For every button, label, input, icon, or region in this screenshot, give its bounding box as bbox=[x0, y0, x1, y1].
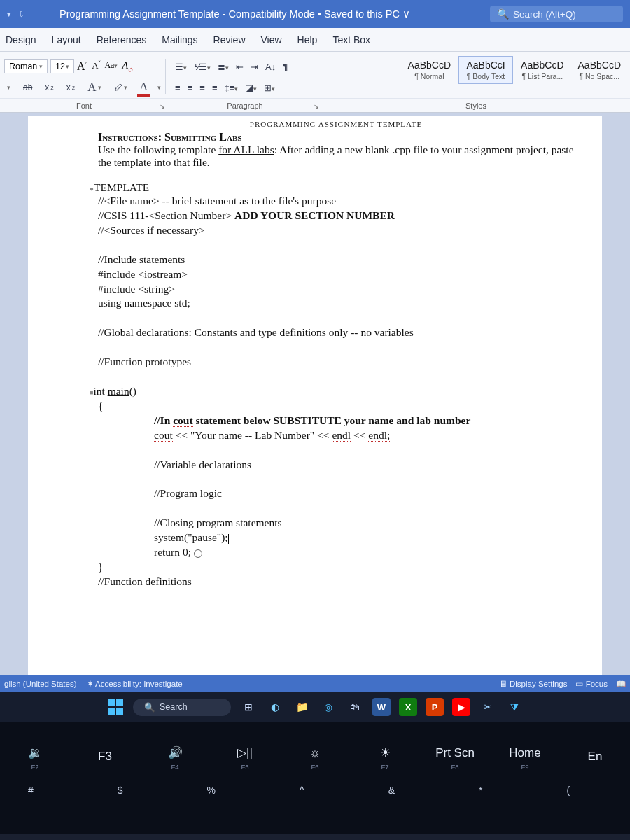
tab-view[interactable]: View bbox=[261, 34, 282, 46]
style-normal[interactable]: AaBbCcD ¶ Normal bbox=[402, 56, 457, 84]
font-name-value: Roman bbox=[9, 62, 37, 71]
document-title[interactable]: Programming Assignment Template - Compat… bbox=[59, 8, 410, 20]
focus-mode-button[interactable]: ▭ Focus bbox=[575, 679, 608, 689]
read-mode-icon[interactable]: 📖 bbox=[616, 679, 626, 689]
start-button[interactable] bbox=[106, 698, 125, 716]
borders-button[interactable]: ⊞▾ bbox=[262, 83, 277, 93]
code-line: //Closing program statements bbox=[98, 516, 574, 531]
style-body-text[interactable]: AaBbCcI ¶ Body Text bbox=[458, 56, 513, 84]
change-case-button[interactable]: Aa▾ bbox=[104, 60, 118, 73]
font-more-dropdown[interactable]: ▾ bbox=[4, 83, 13, 92]
document-area: PROGRAMMING ASSIGNMENT TEMPLATE Instruct… bbox=[0, 113, 630, 676]
keyboard-fn-row: 🔉F2 F3 🔊F4 ▷||F5 ☼F6 ☀F7 Prt ScnF8 HomeF… bbox=[0, 722, 630, 785]
key-star: * bbox=[479, 785, 482, 796]
paragraph-dialog-launcher[interactable]: ↘ bbox=[314, 103, 319, 110]
instructions-heading: Instructions: Submitting Labs bbox=[98, 131, 241, 143]
style-preview: AaBbCcD bbox=[578, 59, 621, 71]
tab-review[interactable]: Review bbox=[214, 34, 246, 46]
word-icon[interactable]: W bbox=[372, 698, 391, 716]
superscript-button[interactable]: x2 bbox=[64, 81, 78, 94]
titlebar: ▾ ⇩ Programming Assignment Template - Co… bbox=[0, 0, 630, 28]
tab-references[interactable]: References bbox=[97, 34, 147, 46]
chevron-down-icon: ▾ bbox=[66, 63, 69, 70]
code-line: //Include statements bbox=[98, 253, 574, 267]
font-name-combo[interactable]: Roman▾ bbox=[4, 59, 48, 74]
shading-button[interactable]: ◪▾ bbox=[243, 83, 259, 93]
status-language[interactable]: glish (United States) bbox=[4, 680, 77, 688]
mouse-cursor-icon bbox=[194, 550, 202, 558]
key-hash: # bbox=[28, 785, 34, 796]
bullets-button[interactable]: ☰▾ bbox=[173, 62, 189, 72]
page[interactable]: PROGRAMMING ASSIGNMENT TEMPLATE Instruct… bbox=[28, 115, 602, 676]
align-center-button[interactable]: ≡ bbox=[186, 83, 195, 93]
tab-layout[interactable]: Layout bbox=[52, 34, 81, 46]
powerpoint-icon[interactable]: P bbox=[426, 698, 444, 716]
subscript-button[interactable]: x2 bbox=[42, 81, 56, 94]
instructions-body: Use the following template bbox=[98, 144, 218, 155]
decrease-indent-button[interactable]: ⇤ bbox=[234, 62, 246, 72]
search-icon: 🔍 bbox=[144, 702, 155, 713]
key-lparen: ( bbox=[566, 785, 570, 796]
clear-formatting-button[interactable]: A◇ bbox=[122, 60, 132, 73]
font-dialog-launcher[interactable]: ↘ bbox=[160, 103, 165, 110]
tab-help[interactable]: Help bbox=[298, 34, 318, 46]
sort-button[interactable]: A↓ bbox=[263, 62, 278, 72]
style-name-label: ¶ List Para... bbox=[521, 72, 564, 80]
page-header-subtitle: PROGRAMMING ASSIGNMENT TEMPLATE bbox=[98, 120, 574, 128]
code-line: #include <iostream> bbox=[98, 267, 574, 282]
status-bar: glish (United States) ✶ Accessibility: I… bbox=[0, 676, 630, 692]
snipping-tool-icon[interactable]: ✂ bbox=[479, 698, 497, 716]
highlight-button[interactable]: 🖊▾ bbox=[111, 81, 130, 94]
qat-customizer-icon[interactable]: ⇩ bbox=[18, 10, 24, 19]
style-name-label: ¶ Normal bbox=[408, 72, 451, 80]
style-list-paragraph[interactable]: AaBbCcD ¶ List Para... bbox=[514, 56, 570, 84]
code-line: //Program logic bbox=[98, 486, 574, 501]
code-line: using namespace std; bbox=[98, 296, 574, 311]
justify-button[interactable]: ≡ bbox=[210, 83, 220, 93]
font-color-button[interactable]: A bbox=[137, 79, 151, 97]
text-effects-button[interactable]: A▾ bbox=[85, 79, 104, 96]
tab-mailings[interactable]: Mailings bbox=[162, 34, 197, 46]
template-heading: TEMPLATE bbox=[94, 181, 149, 193]
task-view-icon[interactable]: ⊞ bbox=[239, 698, 258, 716]
code-line: //Function definitions bbox=[98, 575, 574, 589]
qat-dropdown-icon[interactable]: ▾ bbox=[7, 10, 11, 19]
strikethrough-button[interactable]: ab bbox=[20, 81, 35, 94]
code-line: //In cout statement below SUBSTITUTE you… bbox=[98, 414, 574, 428]
chevron-down-icon: ▾ bbox=[39, 63, 43, 70]
vscode-icon[interactable]: ⧩ bbox=[505, 698, 524, 716]
explorer-icon[interactable]: 📁 bbox=[293, 698, 311, 716]
display-settings-button[interactable]: 🖥 Display Settings bbox=[499, 680, 568, 688]
store-icon[interactable]: 🛍 bbox=[346, 698, 364, 716]
keyboard-number-row: # $ % ^ & * ( bbox=[0, 785, 630, 834]
font-size-combo[interactable]: 12▾ bbox=[50, 59, 74, 74]
style-no-spacing[interactable]: AaBbCcD ¶ No Spac... bbox=[572, 56, 627, 84]
code-line: { bbox=[98, 399, 574, 414]
key-f5: ▷||F5 bbox=[214, 746, 276, 771]
align-left-button[interactable]: ≡ bbox=[173, 83, 183, 93]
instructions-underline: for ALL labs bbox=[218, 144, 274, 155]
code-line: //Variable declarations bbox=[98, 458, 574, 472]
grow-font-button[interactable]: A^ bbox=[77, 60, 88, 73]
numbering-button[interactable]: ⅟☰▾ bbox=[192, 62, 213, 72]
key-f8: Prt ScnF8 bbox=[424, 746, 486, 771]
group-font-label: Font bbox=[76, 102, 92, 110]
key-caret: ^ bbox=[300, 785, 304, 796]
tab-design[interactable]: Design bbox=[6, 34, 36, 46]
increase-indent-button[interactable]: ⇥ bbox=[248, 62, 260, 72]
taskbar-search[interactable]: 🔍Search bbox=[133, 699, 231, 716]
align-right-button[interactable]: ≡ bbox=[197, 83, 207, 93]
youtube-icon[interactable]: ▶ bbox=[452, 698, 470, 716]
show-hide-paragraph-button[interactable]: ¶ bbox=[281, 62, 290, 72]
edge-icon[interactable]: ◎ bbox=[319, 698, 337, 716]
ribbon: Roman▾ 12▾ A^ Aˇ Aa▾ A◇ ▾ ab x2 x2 A▾ 🖊▾ bbox=[0, 52, 630, 113]
multilevel-button[interactable]: ≣▾ bbox=[216, 62, 231, 72]
status-accessibility[interactable]: ✶ Accessibility: Investigate bbox=[87, 679, 183, 689]
shrink-font-button[interactable]: Aˇ bbox=[92, 60, 100, 73]
copilot-icon[interactable]: ◐ bbox=[266, 698, 284, 716]
line-spacing-button[interactable]: ‡≡▾ bbox=[222, 83, 240, 93]
chevron-down-icon[interactable]: ▾ bbox=[158, 84, 161, 91]
search-box[interactable]: 🔍 Search (Alt+Q) bbox=[490, 6, 623, 22]
excel-icon[interactable]: X bbox=[399, 698, 417, 716]
tab-textbox[interactable]: Text Box bbox=[332, 34, 370, 46]
